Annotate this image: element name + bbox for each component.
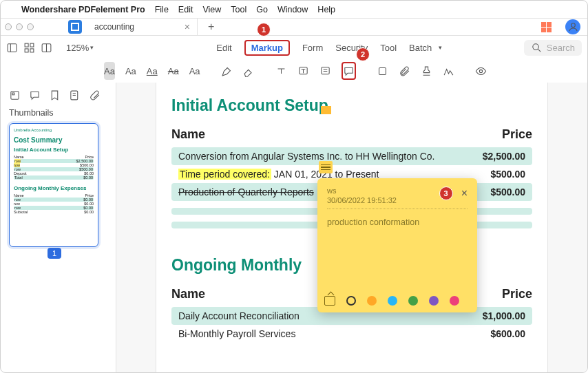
menu-help[interactable]: Help [317, 5, 335, 14]
svg-rect-12 [321, 67, 328, 74]
sidebar-toggle-icon[interactable] [6, 42, 18, 54]
callout-badge-3: 3 [439, 186, 453, 200]
color-swatch-orange[interactable] [367, 296, 377, 306]
svg-rect-15 [379, 67, 386, 74]
text-box-tool[interactable] [275, 62, 287, 80]
text-cursor-icon [321, 106, 331, 114]
svg-rect-5 [25, 48, 28, 52]
color-swatch-blue[interactable] [388, 296, 397, 306]
callout-badge-2: 2 [356, 47, 370, 61]
app-logo-icon [68, 20, 82, 34]
svg-rect-6 [30, 48, 34, 52]
svg-point-9 [533, 43, 539, 50]
search-panel-icon[interactable] [69, 89, 81, 101]
menu-file[interactable]: File [155, 5, 169, 14]
traffic-lights[interactable] [5, 23, 34, 30]
window-tabbar: accounting × + [1, 18, 587, 36]
shape-tool[interactable] [377, 62, 388, 80]
bookmarks-panel-icon[interactable] [49, 89, 61, 101]
attachment-tool[interactable] [399, 62, 410, 80]
table-row: Conversion from Angular Systems Inc. to … [171, 147, 532, 165]
panel-title: Thumbnails [9, 108, 107, 118]
svg-rect-1 [8, 43, 17, 51]
note-message[interactable]: production conformation [327, 217, 468, 227]
svg-rect-3 [25, 43, 28, 47]
note-marker-icon[interactable] [319, 161, 333, 173]
menu-window[interactable]: Window [277, 5, 308, 14]
tab-form[interactable]: Form [302, 43, 323, 53]
main-toolbar: 125%▾ Edit Markup Form Security Tool Bat… [1, 36, 587, 59]
svg-point-0 [571, 23, 575, 27]
table-row: Bi-Monthly Payroll Services$600.00 [171, 325, 532, 343]
app-name: Wondershare PDFelement Pro [21, 5, 145, 14]
tab-tool[interactable]: Tool [380, 43, 397, 53]
signature-tool[interactable] [443, 62, 454, 80]
zoom-control[interactable]: 125%▾ [66, 43, 94, 53]
strike-tool[interactable]: Aa [168, 62, 179, 80]
squiggle-tool[interactable]: Aa [189, 62, 200, 80]
main-area: Thumbnails Umbrella Accounting Cost Summ… [1, 83, 587, 372]
table-header: NamePrice [171, 127, 532, 142]
user-avatar[interactable] [565, 19, 580, 34]
comments-panel-icon[interactable] [29, 89, 41, 101]
underline-tool[interactable]: Aa [147, 62, 158, 80]
svg-point-16 [479, 70, 482, 72]
markup-ribbon: Aa Aa Aa Aa Aa [1, 59, 587, 83]
apps-grid-icon[interactable] [541, 22, 552, 32]
note-tool[interactable] [342, 62, 356, 80]
menu-view[interactable]: View [202, 5, 221, 14]
text-style-1[interactable]: Aa [125, 62, 136, 80]
stamp-tool[interactable] [421, 62, 432, 80]
macos-menubar: Wondershare PDFelement Pro File Edit Vie… [1, 1, 587, 18]
pin-note-icon[interactable] [324, 296, 335, 306]
sticky-note-popup: ws 30/06/2022 19:51:32 3 × production co… [317, 178, 477, 312]
tab-title: accounting [94, 22, 134, 32]
tab-close-icon[interactable]: × [185, 21, 190, 32]
menu-go[interactable]: Go [256, 5, 268, 14]
note-color-swatches [324, 296, 470, 306]
attachments-panel-icon[interactable] [89, 89, 101, 101]
highlight-tool[interactable]: Aa [104, 62, 115, 80]
search-icon [531, 42, 543, 54]
tab-edit[interactable]: Edit [216, 43, 231, 53]
text-callout-tool[interactable] [297, 62, 309, 80]
tab-batch[interactable]: Batch ▾ [409, 43, 442, 53]
svg-line-10 [538, 49, 540, 52]
thumbnails-icon[interactable] [23, 42, 35, 54]
sidebar: Thumbnails Umbrella Accounting Cost Summ… [1, 83, 116, 372]
section-heading-2: Ongoing Monthly [171, 256, 302, 275]
color-swatch-pink[interactable] [450, 296, 459, 306]
tab-markup[interactable]: Markup [244, 40, 290, 56]
svg-rect-4 [30, 43, 34, 47]
color-swatch-green[interactable] [408, 296, 418, 306]
callout-badge-1: 1 [257, 23, 271, 36]
page-thumbnail[interactable]: Umbrella Accounting Cost Summary Initial… [9, 123, 98, 247]
strikethrough-text: Production of Quarterly Reports [178, 186, 314, 198]
pencil-tool[interactable] [221, 62, 233, 80]
search-input[interactable]: Search [524, 40, 582, 56]
reading-mode-icon[interactable] [41, 42, 52, 54]
note-timestamp: 30/06/2022 19:51:32 [327, 196, 397, 204]
document-tab[interactable]: accounting × [87, 19, 198, 35]
page-number-badge: 1 [48, 248, 61, 259]
hide-annotations-tool[interactable] [475, 62, 487, 80]
new-tab-button[interactable]: + [208, 21, 214, 33]
eraser-tool[interactable] [243, 62, 255, 80]
svg-rect-18 [12, 93, 14, 95]
mode-tabs: Edit Markup Form Security Tool Batch ▾ [216, 40, 442, 56]
color-swatch-outline[interactable] [346, 296, 356, 306]
menu-tool[interactable]: Tool [231, 5, 246, 14]
highlighted-text: Time period covered: [178, 169, 271, 180]
note-author: ws [327, 186, 397, 195]
area-tool[interactable] [319, 62, 331, 80]
color-swatch-purple[interactable] [429, 296, 439, 306]
thumbnails-panel-icon[interactable] [9, 89, 21, 101]
menu-edit[interactable]: Edit [178, 5, 193, 14]
close-note-button[interactable]: × [461, 187, 468, 200]
section-heading-1: Initial Account Setup [171, 96, 328, 115]
